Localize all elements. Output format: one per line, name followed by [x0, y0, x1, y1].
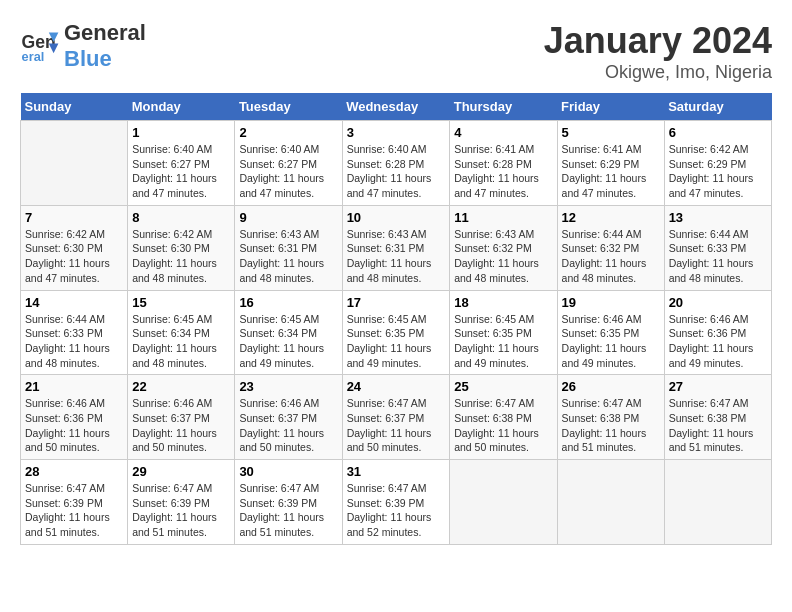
day-info: Sunrise: 6:43 AMSunset: 6:31 PMDaylight:… — [239, 227, 337, 286]
day-info: Sunrise: 6:41 AMSunset: 6:29 PMDaylight:… — [562, 142, 660, 201]
day-cell: 8Sunrise: 6:42 AMSunset: 6:30 PMDaylight… — [128, 205, 235, 290]
day-cell: 12Sunrise: 6:44 AMSunset: 6:32 PMDayligh… — [557, 205, 664, 290]
week-row-1: 1Sunrise: 6:40 AMSunset: 6:27 PMDaylight… — [21, 121, 772, 206]
day-number: 19 — [562, 295, 660, 310]
day-info: Sunrise: 6:47 AMSunset: 6:38 PMDaylight:… — [454, 396, 552, 455]
title-area: January 2024 Okigwe, Imo, Nigeria — [544, 20, 772, 83]
day-number: 16 — [239, 295, 337, 310]
week-row-4: 21Sunrise: 6:46 AMSunset: 6:36 PMDayligh… — [21, 375, 772, 460]
day-cell: 16Sunrise: 6:45 AMSunset: 6:34 PMDayligh… — [235, 290, 342, 375]
header-monday: Monday — [128, 93, 235, 121]
day-info: Sunrise: 6:47 AMSunset: 6:39 PMDaylight:… — [239, 481, 337, 540]
day-info: Sunrise: 6:42 AMSunset: 6:30 PMDaylight:… — [25, 227, 123, 286]
day-cell: 19Sunrise: 6:46 AMSunset: 6:35 PMDayligh… — [557, 290, 664, 375]
page-subtitle: Okigwe, Imo, Nigeria — [544, 62, 772, 83]
day-info: Sunrise: 6:43 AMSunset: 6:31 PMDaylight:… — [347, 227, 446, 286]
day-cell: 9Sunrise: 6:43 AMSunset: 6:31 PMDaylight… — [235, 205, 342, 290]
day-number: 3 — [347, 125, 446, 140]
day-cell — [557, 460, 664, 545]
day-info: Sunrise: 6:42 AMSunset: 6:30 PMDaylight:… — [132, 227, 230, 286]
day-cell: 6Sunrise: 6:42 AMSunset: 6:29 PMDaylight… — [664, 121, 771, 206]
day-cell: 14Sunrise: 6:44 AMSunset: 6:33 PMDayligh… — [21, 290, 128, 375]
day-cell: 17Sunrise: 6:45 AMSunset: 6:35 PMDayligh… — [342, 290, 450, 375]
day-cell: 27Sunrise: 6:47 AMSunset: 6:38 PMDayligh… — [664, 375, 771, 460]
week-row-5: 28Sunrise: 6:47 AMSunset: 6:39 PMDayligh… — [21, 460, 772, 545]
day-number: 20 — [669, 295, 767, 310]
day-number: 11 — [454, 210, 552, 225]
day-cell — [21, 121, 128, 206]
day-info: Sunrise: 6:40 AMSunset: 6:27 PMDaylight:… — [132, 142, 230, 201]
day-number: 26 — [562, 379, 660, 394]
day-number: 1 — [132, 125, 230, 140]
calendar-header-row: SundayMondayTuesdayWednesdayThursdayFrid… — [21, 93, 772, 121]
day-info: Sunrise: 6:45 AMSunset: 6:34 PMDaylight:… — [132, 312, 230, 371]
day-info: Sunrise: 6:44 AMSunset: 6:32 PMDaylight:… — [562, 227, 660, 286]
header-wednesday: Wednesday — [342, 93, 450, 121]
day-cell: 26Sunrise: 6:47 AMSunset: 6:38 PMDayligh… — [557, 375, 664, 460]
day-number: 30 — [239, 464, 337, 479]
logo-name-line1: General — [64, 20, 146, 46]
day-cell: 21Sunrise: 6:46 AMSunset: 6:36 PMDayligh… — [21, 375, 128, 460]
day-info: Sunrise: 6:47 AMSunset: 6:37 PMDaylight:… — [347, 396, 446, 455]
day-number: 2 — [239, 125, 337, 140]
day-info: Sunrise: 6:46 AMSunset: 6:36 PMDaylight:… — [669, 312, 767, 371]
day-cell: 4Sunrise: 6:41 AMSunset: 6:28 PMDaylight… — [450, 121, 557, 206]
day-cell: 13Sunrise: 6:44 AMSunset: 6:33 PMDayligh… — [664, 205, 771, 290]
day-cell — [664, 460, 771, 545]
day-number: 8 — [132, 210, 230, 225]
day-info: Sunrise: 6:47 AMSunset: 6:39 PMDaylight:… — [132, 481, 230, 540]
page-title: January 2024 — [544, 20, 772, 62]
day-number: 13 — [669, 210, 767, 225]
day-number: 9 — [239, 210, 337, 225]
day-cell: 30Sunrise: 6:47 AMSunset: 6:39 PMDayligh… — [235, 460, 342, 545]
svg-text:eral: eral — [22, 49, 45, 64]
day-cell: 28Sunrise: 6:47 AMSunset: 6:39 PMDayligh… — [21, 460, 128, 545]
day-cell — [450, 460, 557, 545]
day-number: 6 — [669, 125, 767, 140]
day-info: Sunrise: 6:45 AMSunset: 6:34 PMDaylight:… — [239, 312, 337, 371]
day-info: Sunrise: 6:46 AMSunset: 6:35 PMDaylight:… — [562, 312, 660, 371]
day-info: Sunrise: 6:43 AMSunset: 6:32 PMDaylight:… — [454, 227, 552, 286]
day-cell: 23Sunrise: 6:46 AMSunset: 6:37 PMDayligh… — [235, 375, 342, 460]
day-cell: 31Sunrise: 6:47 AMSunset: 6:39 PMDayligh… — [342, 460, 450, 545]
day-number: 10 — [347, 210, 446, 225]
day-number: 25 — [454, 379, 552, 394]
day-cell: 18Sunrise: 6:45 AMSunset: 6:35 PMDayligh… — [450, 290, 557, 375]
day-number: 21 — [25, 379, 123, 394]
day-number: 4 — [454, 125, 552, 140]
day-cell: 10Sunrise: 6:43 AMSunset: 6:31 PMDayligh… — [342, 205, 450, 290]
day-number: 7 — [25, 210, 123, 225]
day-number: 5 — [562, 125, 660, 140]
day-number: 18 — [454, 295, 552, 310]
day-cell: 15Sunrise: 6:45 AMSunset: 6:34 PMDayligh… — [128, 290, 235, 375]
day-cell: 22Sunrise: 6:46 AMSunset: 6:37 PMDayligh… — [128, 375, 235, 460]
day-number: 27 — [669, 379, 767, 394]
logo: Gen eral General Blue — [20, 20, 146, 72]
day-cell: 1Sunrise: 6:40 AMSunset: 6:27 PMDaylight… — [128, 121, 235, 206]
day-info: Sunrise: 6:45 AMSunset: 6:35 PMDaylight:… — [347, 312, 446, 371]
header-friday: Friday — [557, 93, 664, 121]
day-number: 17 — [347, 295, 446, 310]
day-cell: 5Sunrise: 6:41 AMSunset: 6:29 PMDaylight… — [557, 121, 664, 206]
day-info: Sunrise: 6:44 AMSunset: 6:33 PMDaylight:… — [25, 312, 123, 371]
calendar-table: SundayMondayTuesdayWednesdayThursdayFrid… — [20, 93, 772, 545]
day-info: Sunrise: 6:47 AMSunset: 6:39 PMDaylight:… — [347, 481, 446, 540]
week-row-3: 14Sunrise: 6:44 AMSunset: 6:33 PMDayligh… — [21, 290, 772, 375]
day-info: Sunrise: 6:47 AMSunset: 6:39 PMDaylight:… — [25, 481, 123, 540]
day-info: Sunrise: 6:44 AMSunset: 6:33 PMDaylight:… — [669, 227, 767, 286]
header-saturday: Saturday — [664, 93, 771, 121]
day-cell: 7Sunrise: 6:42 AMSunset: 6:30 PMDaylight… — [21, 205, 128, 290]
day-info: Sunrise: 6:42 AMSunset: 6:29 PMDaylight:… — [669, 142, 767, 201]
page-header: Gen eral General Blue January 2024 Okigw… — [20, 20, 772, 83]
day-cell: 24Sunrise: 6:47 AMSunset: 6:37 PMDayligh… — [342, 375, 450, 460]
day-number: 29 — [132, 464, 230, 479]
day-number: 14 — [25, 295, 123, 310]
day-number: 31 — [347, 464, 446, 479]
day-info: Sunrise: 6:45 AMSunset: 6:35 PMDaylight:… — [454, 312, 552, 371]
day-cell: 29Sunrise: 6:47 AMSunset: 6:39 PMDayligh… — [128, 460, 235, 545]
day-number: 28 — [25, 464, 123, 479]
logo-name-line2: Blue — [64, 46, 146, 72]
day-number: 23 — [239, 379, 337, 394]
day-info: Sunrise: 6:47 AMSunset: 6:38 PMDaylight:… — [669, 396, 767, 455]
day-info: Sunrise: 6:40 AMSunset: 6:28 PMDaylight:… — [347, 142, 446, 201]
